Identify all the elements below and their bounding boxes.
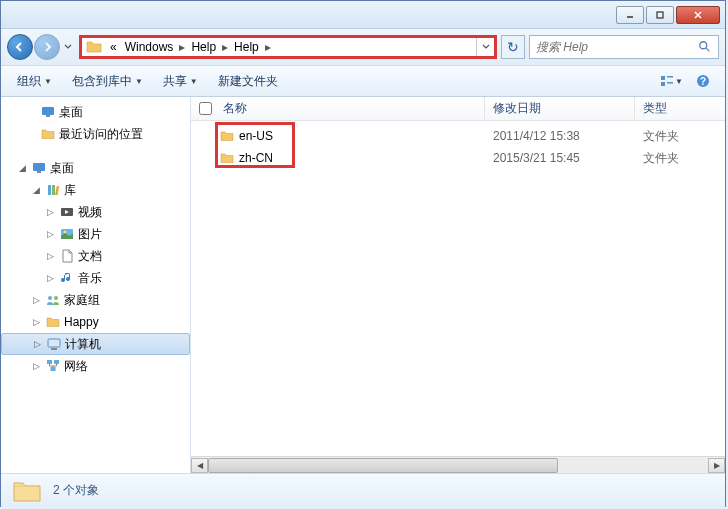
newfolder-label: 新建文件夹 [218, 73, 278, 90]
search-icon [698, 40, 712, 54]
svg-rect-8 [661, 82, 665, 86]
breadcrumb-item[interactable]: Windows [121, 38, 178, 56]
file-row[interactable]: zh-CN 2015/3/21 15:45 文件夹 [191, 147, 725, 169]
expand-icon[interactable]: ▷ [44, 272, 56, 284]
expand-icon[interactable]: ▷ [30, 316, 42, 328]
search-box[interactable] [529, 35, 719, 59]
organize-menu[interactable]: 组织 ▼ [11, 70, 58, 93]
address-dropdown[interactable] [476, 38, 494, 56]
back-button[interactable] [7, 34, 33, 60]
desktop-icon [31, 160, 47, 176]
svg-rect-6 [661, 76, 665, 80]
collapse-icon[interactable]: ◢ [30, 184, 42, 196]
nav-history-dropdown[interactable] [61, 37, 75, 57]
file-date: 2015/3/21 15:45 [485, 151, 635, 165]
tree-music[interactable]: ▷ 音乐 [1, 267, 190, 289]
tree-desktop[interactable]: ◢ 桌面 [1, 157, 190, 179]
column-name[interactable]: 名称 [219, 97, 485, 120]
file-pane: 名称 修改日期 类型 en-US 2011/4/12 15:38 文件夹 [191, 97, 725, 473]
breadcrumb-prefix[interactable]: « [106, 38, 121, 56]
content-area: 桌面 最近访问的位置 ◢ 桌面 ◢ 库 ▷ [1, 97, 725, 473]
svg-point-4 [700, 42, 707, 49]
collapse-icon[interactable]: ◢ [16, 162, 28, 174]
tree-documents[interactable]: ▷ 文档 [1, 245, 190, 267]
view-options-button[interactable]: ▼ [659, 69, 683, 93]
search-input[interactable] [536, 40, 698, 54]
file-list: en-US 2011/4/12 15:38 文件夹 zh-CN 2015/3/2… [191, 121, 725, 456]
svg-rect-17 [52, 185, 55, 195]
network-icon [45, 358, 61, 374]
select-all-checkbox[interactable] [191, 102, 219, 115]
file-row[interactable]: en-US 2011/4/12 15:38 文件夹 [191, 125, 725, 147]
statusbar: 2 个对象 [1, 473, 725, 507]
toolbar: 组织 ▼ 包含到库中 ▼ 共享 ▼ 新建文件夹 ▼ ? [1, 65, 725, 97]
titlebar [1, 1, 725, 29]
chevron-down-icon: ▼ [190, 77, 198, 86]
scroll-left-button[interactable]: ◀ [191, 458, 208, 473]
folder-icon [219, 150, 235, 166]
column-type[interactable]: 类型 [635, 97, 725, 120]
desktop-icon [40, 104, 56, 120]
tree-recent[interactable]: 最近访问的位置 [1, 123, 190, 145]
help-button[interactable]: ? [691, 69, 715, 93]
include-label: 包含到库中 [72, 73, 132, 90]
svg-rect-27 [54, 360, 59, 364]
minimize-button[interactable] [616, 6, 644, 24]
file-date: 2011/4/12 15:38 [485, 129, 635, 143]
address-bar[interactable]: « Windows ▸ Help ▸ Help ▸ [79, 35, 497, 59]
svg-text:?: ? [700, 76, 706, 87]
forward-button[interactable] [34, 34, 60, 60]
expand-icon[interactable]: ▷ [31, 338, 43, 350]
svg-rect-26 [47, 360, 52, 364]
file-name: en-US [239, 129, 273, 143]
scroll-thumb[interactable] [208, 458, 558, 473]
chevron-right-icon[interactable]: ▸ [220, 40, 230, 54]
chevron-right-icon[interactable]: ▸ [177, 40, 187, 54]
svg-rect-16 [48, 185, 51, 195]
svg-point-22 [48, 296, 52, 300]
share-label: 共享 [163, 73, 187, 90]
tree-pictures[interactable]: ▷ 图片 [1, 223, 190, 245]
tree-computer[interactable]: ▷ 计算机 [1, 333, 190, 355]
close-button[interactable] [676, 6, 720, 24]
include-library-menu[interactable]: 包含到库中 ▼ [66, 70, 149, 93]
expand-icon[interactable]: ▷ [30, 360, 42, 372]
library-icon [45, 182, 61, 198]
svg-rect-28 [51, 367, 56, 371]
expand-icon[interactable]: ▷ [44, 228, 56, 240]
svg-rect-9 [667, 82, 673, 84]
user-folder-icon [45, 314, 61, 330]
scroll-track[interactable] [208, 458, 708, 473]
folder-icon [86, 39, 102, 55]
share-menu[interactable]: 共享 ▼ [157, 70, 204, 93]
documents-icon [59, 248, 75, 264]
file-type: 文件夹 [635, 150, 725, 167]
chevron-right-icon[interactable]: ▸ [263, 40, 273, 54]
expand-icon[interactable]: ▷ [44, 206, 56, 218]
recent-icon [40, 126, 56, 142]
file-name: zh-CN [239, 151, 273, 165]
chevron-down-icon: ▼ [135, 77, 143, 86]
tree-desktop-favorite[interactable]: 桌面 [1, 101, 190, 123]
horizontal-scrollbar: ◀ ▶ [191, 456, 725, 473]
file-type: 文件夹 [635, 128, 725, 145]
expand-icon[interactable]: ▷ [30, 294, 42, 306]
refresh-button[interactable]: ↻ [501, 35, 525, 59]
tree-homegroup[interactable]: ▷ 家庭组 [1, 289, 190, 311]
breadcrumb-item[interactable]: Help [187, 38, 220, 56]
organize-label: 组织 [17, 73, 41, 90]
pictures-icon [59, 226, 75, 242]
maximize-button[interactable] [646, 6, 674, 24]
column-date[interactable]: 修改日期 [485, 97, 635, 120]
scroll-right-button[interactable]: ▶ [708, 458, 725, 473]
expand-icon[interactable]: ▷ [44, 250, 56, 262]
tree-video[interactable]: ▷ 视频 [1, 201, 190, 223]
breadcrumb-item[interactable]: Help [230, 38, 263, 56]
tree-library[interactable]: ◢ 库 [1, 179, 190, 201]
tree-user-happy[interactable]: ▷ Happy [1, 311, 190, 333]
svg-rect-14 [33, 163, 45, 171]
tree-network[interactable]: ▷ 网络 [1, 355, 190, 377]
new-folder-button[interactable]: 新建文件夹 [212, 70, 284, 93]
folder-icon [219, 128, 235, 144]
svg-point-23 [54, 296, 58, 300]
